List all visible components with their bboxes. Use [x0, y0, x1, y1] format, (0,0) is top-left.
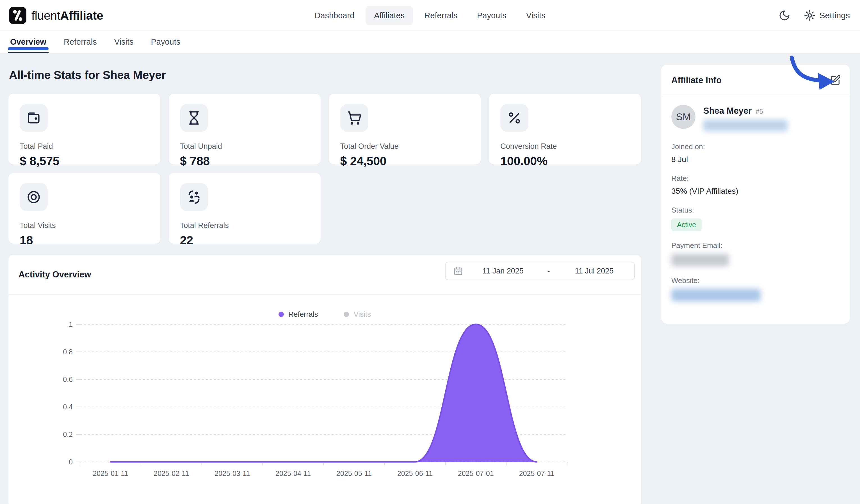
- tab-visits[interactable]: Visits: [114, 31, 134, 53]
- activity-area-chart: 00.20.40.60.812025-01-112025-02-112025-0…: [9, 317, 641, 491]
- wallet-icon: [20, 104, 48, 132]
- info-field-value: [671, 254, 840, 266]
- brand-logo-icon: [9, 7, 26, 24]
- stat-card: Total Visits 18: [9, 173, 160, 244]
- page-title: All-time Stats for Shea Meyer: [9, 69, 166, 82]
- svg-text:2025-01-11: 2025-01-11: [92, 470, 128, 477]
- info-field: Website:: [671, 276, 840, 301]
- svg-text:1: 1: [69, 320, 73, 328]
- redacted-email: [703, 120, 788, 131]
- sub-tabbar: OverviewReferralsVisitsPayouts: [0, 31, 860, 53]
- info-field-label: Rate:: [671, 174, 840, 183]
- nav-item-visits[interactable]: Visits: [518, 6, 554, 25]
- info-field: Joined on: 8 Jul: [671, 142, 840, 164]
- stat-label: Total Unpaid: [180, 142, 310, 151]
- nav-item-dashboard[interactable]: Dashboard: [306, 6, 363, 25]
- nav-item-payouts[interactable]: Payouts: [469, 6, 515, 25]
- brand-logo[interactable]: fluentAffiliate: [9, 0, 103, 31]
- info-field-label: Website:: [671, 276, 840, 285]
- info-field-label: Payment Email:: [671, 241, 840, 250]
- moon-icon[interactable]: [778, 9, 791, 22]
- svg-text:2025-04-11: 2025-04-11: [275, 470, 311, 477]
- brand-name: fluentAffiliate: [31, 9, 103, 23]
- stat-label: Total Visits: [20, 221, 149, 230]
- nav-item-affiliates[interactable]: Affiliates: [366, 6, 413, 25]
- svg-text:0.2: 0.2: [63, 430, 73, 438]
- users-icon: [180, 183, 208, 211]
- stat-label: Total Paid: [20, 142, 149, 151]
- svg-text:2025-02-11: 2025-02-11: [154, 470, 189, 477]
- stat-card: Total Paid $ 8,575: [9, 94, 160, 164]
- svg-text:2025-06-11: 2025-06-11: [397, 470, 433, 477]
- stat-value: $ 24,500: [340, 154, 470, 168]
- hourglass-icon: [180, 104, 208, 132]
- svg-text:2025-07-01: 2025-07-01: [458, 470, 494, 477]
- info-field-value: Active: [671, 218, 840, 231]
- stat-cards-grid: Total Paid $ 8,575 Total Unpaid $ 788 To…: [9, 94, 641, 244]
- affiliate-info-header: Affiliate Info: [661, 64, 850, 96]
- affiliate-name: Shea Meyer: [703, 106, 751, 116]
- tab-overview[interactable]: Overview: [10, 31, 46, 53]
- settings-button[interactable]: Settings: [804, 10, 850, 21]
- affiliate-id-badge: #5: [756, 107, 763, 115]
- eye-icon: [20, 183, 48, 211]
- percent-icon: [500, 104, 528, 132]
- active-tab-underline: [8, 52, 48, 53]
- info-field: Rate: 35% (VIP Affiliates): [671, 174, 840, 196]
- tab-payouts[interactable]: Payouts: [151, 31, 180, 53]
- redacted-payment-email: [671, 254, 729, 266]
- stat-value: 100.00%: [500, 154, 630, 168]
- tab-referrals[interactable]: Referrals: [64, 31, 97, 53]
- status-badge: Active: [671, 218, 702, 231]
- stat-card: Total Order Value $ 24,500: [329, 94, 481, 164]
- top-header: fluentAffiliate DashboardAffiliatesRefer…: [0, 0, 860, 31]
- affiliate-info-title: Affiliate Info: [671, 75, 721, 85]
- stat-card: Total Unpaid $ 788: [169, 94, 321, 164]
- stat-card: Total Referrals 22: [169, 173, 321, 244]
- nav-item-referrals[interactable]: Referrals: [416, 6, 466, 25]
- svg-text:0: 0: [69, 458, 73, 466]
- stat-value: 22: [180, 233, 310, 247]
- activity-overview-card: Activity Overview 11 Jan 2025 - 11 Jul 2…: [9, 255, 641, 504]
- stat-label: Total Referrals: [180, 221, 310, 230]
- affiliate-identity: SM Shea Meyer #5: [671, 105, 840, 131]
- divider: [9, 294, 641, 294]
- svg-text:0.8: 0.8: [63, 348, 73, 356]
- main-nav: DashboardAffiliatesReferralsPayoutsVisit…: [306, 0, 554, 31]
- stat-card: Conversion Rate 100.00%: [489, 94, 641, 164]
- legend-dot: [344, 312, 349, 317]
- svg-text:0.6: 0.6: [63, 375, 73, 383]
- date-range-picker[interactable]: 11 Jan 2025 - 11 Jul 2025: [445, 262, 635, 280]
- svg-text:2025-05-11: 2025-05-11: [336, 470, 372, 477]
- affiliate-info-body: SM Shea Meyer #5 Joined on: 8 Jul Rate: …: [661, 96, 850, 301]
- info-field-value: 8 Jul: [671, 155, 840, 164]
- affiliate-info-panel: Affiliate Info SM Shea Meyer #5: [661, 64, 850, 324]
- active-tab-indicator: [8, 47, 48, 50]
- svg-text:2025-03-11: 2025-03-11: [215, 470, 250, 477]
- calendar-icon: [454, 266, 463, 276]
- activity-title: Activity Overview: [18, 270, 91, 280]
- info-field: Payment Email:: [671, 241, 840, 266]
- affiliate-fields: Joined on: 8 Jul Rate: 35% (VIP Affiliat…: [671, 142, 840, 301]
- legend-dot: [278, 312, 284, 317]
- stat-label: Total Order Value: [340, 142, 470, 151]
- app-root: fluentAffiliate DashboardAffiliatesRefer…: [0, 0, 860, 504]
- date-to[interactable]: 11 Jul 2025: [554, 267, 634, 275]
- stat-value: 18: [20, 233, 149, 247]
- date-from[interactable]: 11 Jan 2025: [463, 267, 543, 275]
- svg-text:2025-07-11: 2025-07-11: [519, 470, 555, 477]
- date-separator: -: [543, 267, 554, 275]
- header-actions: Settings: [778, 0, 850, 31]
- info-field: Status: Active: [671, 206, 840, 231]
- redacted-website: [671, 289, 761, 301]
- gear-icon: [804, 10, 816, 21]
- edit-icon[interactable]: [829, 74, 842, 86]
- info-field-label: Status:: [671, 206, 840, 215]
- info-field-label: Joined on:: [671, 142, 840, 151]
- stat-label: Conversion Rate: [500, 142, 630, 151]
- info-field-value: 35% (VIP Affiliates): [671, 187, 840, 196]
- info-field-value: [671, 289, 840, 301]
- settings-label: Settings: [820, 11, 850, 20]
- avatar: SM: [671, 105, 696, 129]
- cart-icon: [340, 104, 368, 132]
